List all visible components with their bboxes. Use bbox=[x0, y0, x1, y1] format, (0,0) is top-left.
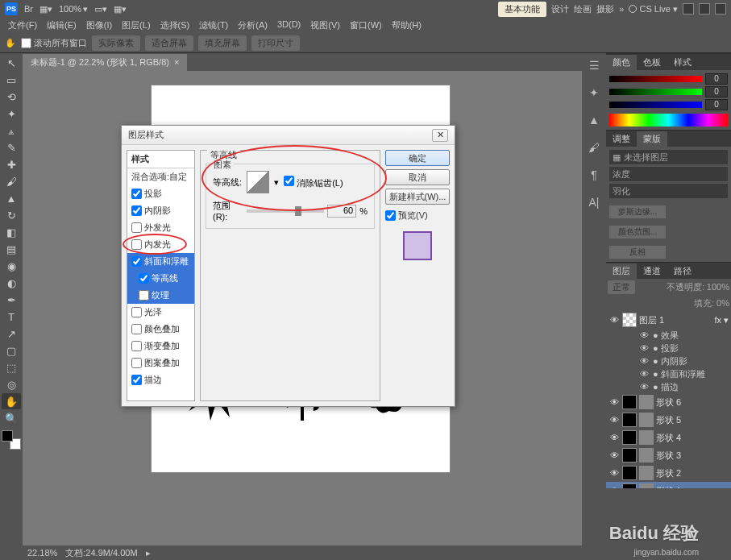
cancel-button[interactable]: 取消 bbox=[385, 169, 450, 185]
print-size-button[interactable]: 打印尺寸 bbox=[251, 35, 300, 51]
layer-effect-row[interactable]: 👁● 斜面和浮雕 bbox=[606, 367, 731, 380]
crop-tool[interactable]: ⟁ bbox=[2, 122, 21, 139]
preview-checkbox[interactable]: 预览(V) bbox=[385, 209, 450, 222]
document-tab[interactable]: 未标题-1 @ 22.2% (形状 1, RGB/8) × bbox=[23, 54, 187, 71]
layer-row[interactable]: 👁形状 2 bbox=[606, 464, 731, 482]
menu-layer[interactable]: 图层(L) bbox=[118, 18, 153, 34]
layer-row[interactable]: 👁形状 6 bbox=[606, 393, 731, 411]
workspace-painting[interactable]: 绘画 bbox=[574, 3, 592, 15]
range-input[interactable]: 60 bbox=[327, 205, 357, 218]
eraser-tool[interactable]: ◧ bbox=[2, 224, 21, 240]
menu-edit[interactable]: 编辑(E) bbox=[44, 18, 80, 34]
fill-screen-button[interactable]: 填充屏幕 bbox=[198, 35, 247, 51]
zoom-level[interactable]: 100% ▾ bbox=[59, 4, 88, 15]
layers-list[interactable]: 👁图层 1fx ▾👁● 效果👁● 投影👁● 内阴影👁● 斜面和浮雕👁● 描边👁形… bbox=[606, 311, 731, 488]
brush-preset-icon[interactable]: 🖌 bbox=[585, 139, 603, 156]
layer-row[interactable]: 👁图层 1fx ▾ bbox=[606, 311, 731, 329]
color-swatches[interactable] bbox=[2, 430, 21, 450]
actual-pixels-button[interactable]: 实际像素 bbox=[92, 35, 140, 51]
style-item[interactable]: 外发光 bbox=[127, 219, 194, 236]
window-min-icon[interactable] bbox=[683, 3, 694, 15]
scroll-all-checkbox[interactable]: 滚动所有窗口 bbox=[21, 37, 87, 49]
type-tool[interactable]: T bbox=[2, 309, 21, 325]
style-item[interactable]: 描边 bbox=[127, 371, 194, 388]
path-select-tool[interactable]: ↗ bbox=[2, 326, 21, 342]
layer-effect-row[interactable]: 👁● 内阴影 bbox=[606, 355, 731, 367]
r-input[interactable]: 0 bbox=[705, 73, 728, 85]
workspace-design[interactable]: 设计 bbox=[551, 3, 569, 15]
mask-tab[interactable]: 蒙版 bbox=[637, 131, 667, 147]
style-item[interactable]: 内发光 bbox=[127, 236, 194, 253]
style-item[interactable]: 内阴影 bbox=[127, 202, 194, 219]
brush-tool[interactable]: 🖌 bbox=[2, 173, 21, 189]
lasso-tool[interactable]: ⟲ bbox=[2, 89, 21, 105]
3d-camera-tool[interactable]: ◎ bbox=[2, 376, 21, 392]
layer-row[interactable]: 👁形状 1 bbox=[606, 482, 731, 488]
brush-panel-icon[interactable]: ✦ bbox=[585, 84, 603, 102]
marquee-tool[interactable]: ▭ bbox=[2, 72, 21, 88]
clone-panel-icon[interactable]: ▲ bbox=[585, 111, 603, 129]
menu-3d[interactable]: 3D(D) bbox=[274, 18, 304, 34]
arrange-icon[interactable]: ▦▾ bbox=[114, 4, 127, 15]
dialog-close-icon[interactable]: ✕ bbox=[432, 129, 448, 142]
color-tab[interactable]: 颜色 bbox=[606, 55, 637, 70]
style-list-header[interactable]: 样式 bbox=[127, 151, 194, 168]
menu-select[interactable]: 选择(S) bbox=[157, 18, 193, 34]
blur-tool[interactable]: ◉ bbox=[2, 258, 21, 274]
menu-help[interactable]: 帮助(H) bbox=[388, 18, 425, 34]
layer-row[interactable]: 👁形状 4 bbox=[606, 429, 731, 446]
fg-color-swatch[interactable] bbox=[2, 430, 13, 442]
history-brush-tool[interactable]: ↻ bbox=[2, 207, 21, 223]
adj-tab[interactable]: 调整 bbox=[606, 131, 637, 147]
window-max-icon[interactable] bbox=[699, 3, 710, 15]
gradient-tool[interactable]: ▤ bbox=[2, 241, 21, 257]
3d-tool[interactable]: ⬚ bbox=[2, 359, 21, 375]
tab-close-icon[interactable]: × bbox=[174, 57, 179, 67]
color-range-button[interactable]: 颜色范围... bbox=[609, 226, 666, 239]
refine-edge-button[interactable]: 萝斯边缘... bbox=[609, 205, 666, 218]
ok-button[interactable]: 确定 bbox=[385, 150, 450, 166]
status-docinfo[interactable]: 文档:24.9M/4.00M bbox=[65, 547, 137, 559]
b-input[interactable]: 0 bbox=[705, 99, 728, 110]
dodge-tool[interactable]: ◐ bbox=[2, 275, 21, 291]
g-slider[interactable] bbox=[609, 89, 702, 95]
style-item[interactable]: 图案叠加 bbox=[127, 355, 194, 371]
pen-tool[interactable]: ✒ bbox=[2, 292, 21, 308]
style-item[interactable]: 渐变叠加 bbox=[127, 338, 194, 355]
g-input[interactable]: 0 bbox=[705, 86, 728, 97]
blend-mode-select[interactable]: 正常 bbox=[608, 280, 635, 294]
invert-button[interactable]: 反相 bbox=[609, 246, 666, 259]
move-tool[interactable]: ↖ bbox=[2, 55, 21, 71]
r-slider[interactable] bbox=[609, 76, 702, 82]
layer-effect-row[interactable]: 👁● 投影 bbox=[606, 342, 731, 355]
paragraph-icon[interactable]: ¶ bbox=[585, 166, 603, 184]
menu-analysis[interactable]: 分析(A) bbox=[235, 18, 271, 34]
character-icon[interactable]: A| bbox=[585, 193, 603, 211]
menu-filter[interactable]: 滤镜(T) bbox=[196, 18, 231, 34]
style-item[interactable]: 投影 bbox=[127, 185, 194, 202]
channels-tab[interactable]: 通道 bbox=[637, 263, 667, 279]
blend-options-item[interactable]: 混合选项:自定 bbox=[127, 168, 194, 185]
menu-image[interactable]: 图像(I) bbox=[83, 18, 115, 34]
layer-row[interactable]: 👁形状 3 bbox=[606, 446, 731, 464]
contour-picker[interactable] bbox=[247, 171, 269, 193]
style-item[interactable]: 纹理 bbox=[127, 287, 194, 304]
swatch-tab[interactable]: 色板 bbox=[637, 55, 667, 70]
style-tab[interactable]: 样式 bbox=[667, 55, 698, 70]
new-style-button[interactable]: 新建样式(W)... bbox=[385, 189, 450, 205]
antialias-checkbox[interactable]: 消除锯齿(L) bbox=[284, 176, 343, 189]
status-more-icon[interactable]: ▸ bbox=[146, 548, 151, 558]
hand-tool[interactable]: ✋ bbox=[2, 393, 21, 409]
layers-tab[interactable]: 图层 bbox=[606, 263, 637, 279]
status-zoom[interactable]: 22.18% bbox=[27, 548, 57, 558]
zoom-tool[interactable]: 🔍 bbox=[2, 410, 21, 426]
layer-row[interactable]: 👁形状 5 bbox=[606, 411, 731, 429]
style-item[interactable]: 斜面和浮雕 bbox=[127, 253, 194, 270]
menu-file[interactable]: 文件(F) bbox=[5, 18, 40, 34]
history-icon[interactable]: ☰ bbox=[585, 56, 603, 74]
menu-view[interactable]: 视图(V) bbox=[307, 18, 343, 34]
style-item[interactable]: 等高线 bbox=[127, 270, 194, 287]
magic-wand-tool[interactable]: ✦ bbox=[2, 106, 21, 122]
proof-icon[interactable]: ▭▾ bbox=[94, 4, 107, 15]
style-item[interactable]: 颜色叠加 bbox=[127, 321, 194, 338]
